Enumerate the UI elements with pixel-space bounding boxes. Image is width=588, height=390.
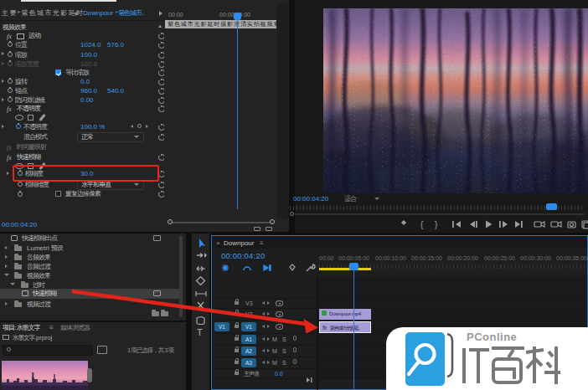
svg-text:}: } <box>435 220 438 229</box>
svg-text:PConline: PConline <box>467 331 517 343</box>
svg-text:{: { <box>420 220 424 229</box>
svg-text:T: T <box>197 327 203 337</box>
